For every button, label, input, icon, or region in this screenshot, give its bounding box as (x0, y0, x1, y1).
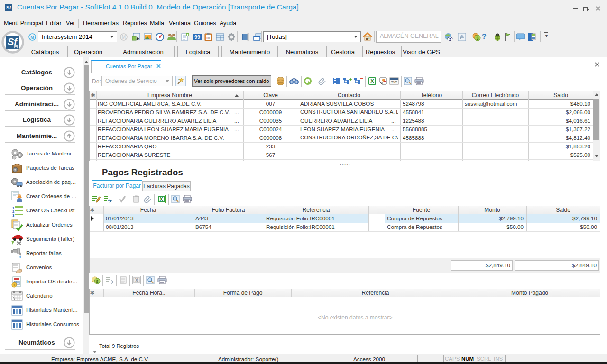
svg-text:Sf: Sf (8, 36, 18, 47)
svg-text:99: 99 (194, 34, 200, 40)
svg-text:$: $ (476, 36, 478, 41)
svg-text:Sf: Sf (6, 5, 12, 10)
svg-text:1: 1 (13, 283, 15, 287)
svg-text:3: 3 (12, 213, 15, 217)
svg-text:X: X (160, 197, 163, 202)
svg-text:M: M (30, 35, 34, 40)
svg-text:X: X (370, 78, 374, 84)
svg-text:$: $ (96, 279, 98, 284)
svg-text:X: X (135, 278, 138, 283)
svg-text:M: M (122, 35, 126, 40)
svg-text:TXT: TXT (391, 81, 397, 84)
